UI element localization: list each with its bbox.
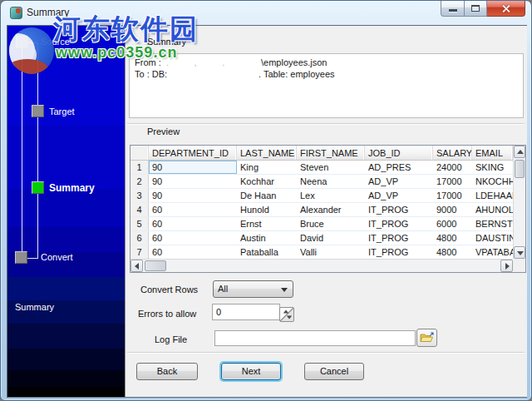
grid-cell[interactable]: David <box>297 231 365 245</box>
log-file-label: Log File <box>155 334 187 344</box>
minimize-icon <box>449 9 457 12</box>
grid-header-row: DEPARTMENT_ID LAST_NAME FIRST_NAME JOB_I… <box>131 146 513 161</box>
grid-cell[interactable]: 17000 <box>433 189 472 202</box>
divider-preview <box>127 123 525 124</box>
grid-cell[interactable]: Steven <box>297 161 365 174</box>
grid-cell[interactable]: Austin <box>237 231 297 245</box>
errors-to-allow-label: Errors to allow <box>138 309 196 319</box>
grid-cell[interactable]: Lex <box>297 189 365 202</box>
row-number: 6 <box>131 231 149 245</box>
grid-cell[interactable]: 17000 <box>433 175 472 188</box>
row-number: 4 <box>131 203 149 216</box>
scroll-left-icon <box>135 263 139 270</box>
row-number: 1 <box>131 161 149 174</box>
grid-cell[interactable]: De Haan <box>237 189 297 202</box>
scroll-down-button[interactable] <box>514 246 525 259</box>
grid-cell[interactable]: Neena <box>297 175 365 188</box>
log-file-input[interactable] <box>214 330 416 346</box>
sidebar-item-convert: Convert <box>41 252 73 262</box>
next-button[interactable]: Next <box>221 363 281 380</box>
grid-cell[interactable]: Pataballa <box>237 245 297 259</box>
grid-cell[interactable]: Kochhar <box>237 175 297 188</box>
scroll-up-icon <box>517 150 524 154</box>
grid-cell[interactable]: 6000 <box>433 217 472 230</box>
grid-cell[interactable]: AD_VP <box>365 175 433 188</box>
grid-cell[interactable]: 60 <box>149 203 237 216</box>
flow-line-left <box>22 42 22 258</box>
scroll-right-button[interactable] <box>500 260 513 272</box>
to-table-value: . Table: employees <box>259 69 335 79</box>
vertical-scrollbar[interactable] <box>513 146 525 259</box>
grid-cell[interactable]: Hunold <box>237 203 297 216</box>
grid-cell[interactable]: 60 <box>149 231 237 245</box>
table-row[interactable]: 7 60 Pataballa Valli IT_PROG 4800 VPATAB… <box>131 245 513 259</box>
grid-cell[interactable]: IT_PROG <box>365 245 433 259</box>
grid-header-email[interactable]: EMAIL <box>472 146 513 160</box>
errors-spinner[interactable] <box>279 307 294 322</box>
spinner-down-icon <box>287 316 292 319</box>
grid-cell[interactable]: IT_PROG <box>365 203 433 216</box>
table-row[interactable]: 3 90 De Haan Lex AD_VP 17000 LDEHAAN <box>131 189 513 203</box>
grid-cell[interactable]: 90 <box>149 175 237 188</box>
from-label: From : <box>135 57 161 67</box>
grid-cell[interactable]: Ernst <box>237 217 297 230</box>
convert-rows-select[interactable]: All <box>213 280 293 298</box>
grid-cell[interactable]: AD_VP <box>365 189 433 202</box>
divider-buttons <box>127 352 525 353</box>
grid-cell[interactable]: 60 <box>149 245 237 259</box>
table-row[interactable]: 1 90 King Steven AD_PRES 24000 SKING <box>131 161 513 175</box>
grid-header-salary[interactable]: SALARY <box>433 146 472 160</box>
convert-rows-value: All <box>218 284 228 294</box>
grid-cell[interactable]: AHUNOLD <box>472 203 513 216</box>
horizontal-scroll-thumb[interactable] <box>145 260 166 271</box>
grid-cell[interactable]: 24000 <box>433 161 472 174</box>
scroll-right-icon <box>505 263 510 270</box>
grid-cell[interactable]: BERNST <box>472 217 513 230</box>
errors-to-allow-input[interactable] <box>212 304 280 320</box>
grid-cell[interactable]: AD_PRES <box>365 161 433 174</box>
grid-header-job-id[interactable]: JOB_ID <box>365 146 433 160</box>
table-row[interactable]: 2 90 Kochhar Neena AD_VP 17000 NKOCHH <box>131 175 513 189</box>
scroll-up-button[interactable] <box>514 146 525 158</box>
grid-cell[interactable]: SKING <box>472 161 513 174</box>
grid-cell[interactable]: LDEHAAN <box>472 189 513 202</box>
to-label: To : DB: <box>135 69 167 79</box>
title-bar[interactable]: Summary <box>1 1 531 25</box>
vertical-scroll-thumb[interactable] <box>515 160 525 178</box>
minimize-button[interactable] <box>441 1 465 17</box>
grid-header-first-name[interactable]: FIRST_NAME <box>297 146 365 160</box>
grid-cell[interactable]: 90 <box>149 161 237 174</box>
back-button[interactable]: Back <box>136 363 198 380</box>
browse-log-file-button[interactable] <box>416 329 437 347</box>
table-row[interactable]: 4 60 Hunold Alexander IT_PROG 9000 AHUNO… <box>131 203 513 217</box>
grid-cell[interactable]: King <box>237 161 297 174</box>
from-file-value: \employees.json <box>261 57 328 67</box>
grid-cell[interactable]: Bruce <box>297 217 365 230</box>
grid-cell[interactable]: DAUSTIN <box>472 231 513 245</box>
grid-cell[interactable]: 90 <box>149 189 237 202</box>
grid-cell[interactable]: Valli <box>297 245 365 259</box>
cancel-button[interactable]: Cancel <box>304 363 364 380</box>
grid-header-department-id[interactable]: DEPARTMENT_ID <box>149 146 237 160</box>
grid-cell[interactable]: Alexander <box>297 203 365 216</box>
summary-group-caption: Summary <box>147 37 186 47</box>
table-row[interactable]: 6 60 Austin David IT_PROG 4800 DAUSTIN <box>131 231 513 245</box>
grid-cell[interactable]: VPATABA <box>472 245 513 259</box>
step-square-summary-active <box>32 181 44 194</box>
scrollbar-corner <box>513 259 525 272</box>
window-title: Summary <box>27 7 69 18</box>
grid-cell[interactable]: 9000 <box>433 203 472 216</box>
grid-header-last-name[interactable]: LAST_NAME <box>237 146 297 160</box>
scroll-left-button[interactable] <box>131 260 143 272</box>
grid-cell[interactable]: IT_PROG <box>365 217 433 230</box>
maximize-button[interactable] <box>465 1 487 17</box>
table-row[interactable]: 5 60 Ernst Bruce IT_PROG 6000 BERNST <box>131 217 513 231</box>
horizontal-scrollbar[interactable] <box>131 259 513 272</box>
close-button[interactable] <box>487 1 525 17</box>
sidebar-item-source: Source <box>41 37 70 47</box>
grid-cell[interactable]: IT_PROG <box>365 231 433 245</box>
grid-cell[interactable]: NKOCHH <box>472 175 513 188</box>
grid-cell[interactable]: 4800 <box>433 245 472 259</box>
grid-cell[interactable]: 60 <box>149 217 237 230</box>
grid-cell[interactable]: 4800 <box>433 231 472 245</box>
